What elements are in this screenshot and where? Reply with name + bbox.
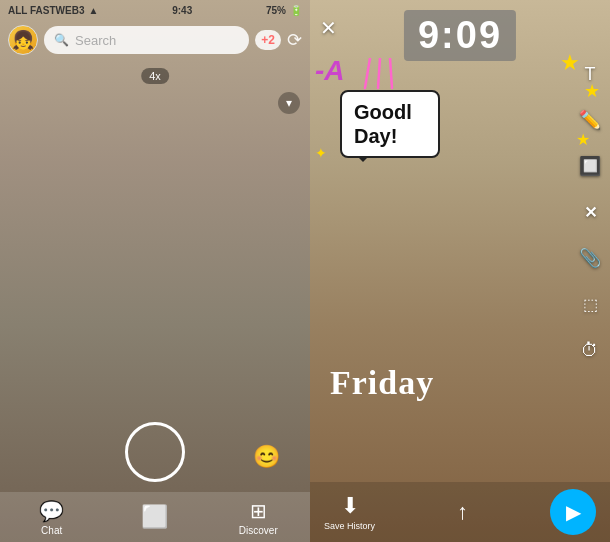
send-arrow-icon: ▶	[566, 500, 581, 524]
right-toolbar: T ✏️ 🔲 ✕ 📎 ⬚ ⏱	[576, 60, 604, 364]
download-icon: ⬇	[341, 493, 359, 519]
add-friends-badge[interactable]: +2	[255, 30, 281, 50]
attach-tool-button[interactable]: 📎	[576, 244, 604, 272]
nav-discover[interactable]: ⊞ Discover	[207, 499, 310, 536]
star-decoration-4: ✦	[315, 145, 327, 161]
chevron-down-icon[interactable]: ▾	[278, 92, 300, 114]
search-placeholder: Search	[75, 33, 116, 48]
discover-icon: ⊞	[250, 499, 267, 523]
svg-line-1	[378, 58, 380, 88]
carrier-text: ALL FASTWEB3	[8, 5, 84, 16]
share-button[interactable]: ↑	[457, 499, 468, 525]
paperclip-icon: 📎	[579, 247, 601, 269]
capture-button[interactable]	[125, 422, 185, 482]
text-icon: T	[585, 64, 596, 85]
status-time: 9:43	[172, 5, 192, 16]
sticker-tool-button[interactable]: 🔲	[576, 152, 604, 180]
pink-lines-decoration	[350, 58, 400, 118]
discover-label: Discover	[239, 525, 278, 536]
pencil-tool-button[interactable]: ✏️	[576, 106, 604, 134]
battery-text: 75%	[266, 5, 286, 16]
zoom-indicator: 4x	[141, 68, 169, 84]
crop-tool-button[interactable]: ⬚	[576, 290, 604, 318]
search-input-wrap[interactable]: 🔍 Search	[44, 26, 249, 54]
wifi-icon: ▲	[88, 5, 98, 16]
avatar[interactable]: 👧	[8, 25, 38, 55]
delete-tool-button[interactable]: ✕	[576, 198, 604, 226]
timer-tool-button[interactable]: ⏱	[576, 336, 604, 364]
time-sticker[interactable]: 9:09	[404, 10, 516, 61]
camera-icon: ⬜	[141, 504, 168, 530]
bottom-nav: 💬 Chat ⬜ ⊞ Discover	[0, 492, 310, 542]
nav-camera[interactable]: ⬜	[103, 504, 206, 530]
right-panel: ✕ 9:09 ★ ★ ★ ✦ -A Goodl Day! Friday T ✏️…	[310, 0, 610, 542]
chat-label: Chat	[41, 525, 62, 536]
status-right: 75% 🔋	[266, 5, 302, 16]
status-bar: ALL FASTWEB3 ▲ 9:43 75% 🔋	[0, 0, 310, 20]
minus-a-sticker[interactable]: -A	[315, 55, 345, 87]
share-icon: ↑	[457, 499, 468, 525]
save-history-label: Save History	[324, 521, 375, 531]
status-left: ALL FASTWEB3 ▲	[8, 5, 98, 16]
flip-camera-icon[interactable]: ⟳	[287, 29, 302, 51]
nav-chat[interactable]: 💬 Chat	[0, 499, 103, 536]
timer-icon: ⏱	[581, 340, 599, 361]
text-tool-button[interactable]: T	[576, 60, 604, 88]
svg-line-2	[390, 58, 392, 88]
crop-icon: ⬚	[583, 295, 598, 314]
time-text: 9:09	[418, 14, 502, 56]
bottom-bar: ⬇ Save History ↑ ▶	[310, 482, 610, 542]
send-to-button[interactable]: ▶	[550, 489, 596, 535]
left-panel: ALL FASTWEB3 ▲ 9:43 75% 🔋 👧 🔍 Search +2 …	[0, 0, 310, 542]
svg-line-0	[365, 58, 370, 88]
emoji-button[interactable]: 😊	[253, 444, 280, 470]
zoom-level: 4x	[149, 70, 161, 82]
battery-icon: 🔋	[290, 5, 302, 16]
chat-icon: 💬	[39, 499, 64, 523]
friday-sticker[interactable]: Friday	[330, 364, 434, 402]
search-bar: 👧 🔍 Search +2 ⟳	[0, 22, 310, 58]
delete-icon: ✕	[584, 203, 597, 222]
close-button[interactable]: ✕	[320, 16, 337, 40]
save-history-button[interactable]: ⬇ Save History	[324, 493, 375, 531]
search-icon: 🔍	[54, 33, 69, 47]
pencil-icon: ✏️	[579, 109, 601, 131]
speech-line2: Day!	[354, 124, 426, 148]
sticker-icon: 🔲	[579, 155, 601, 177]
